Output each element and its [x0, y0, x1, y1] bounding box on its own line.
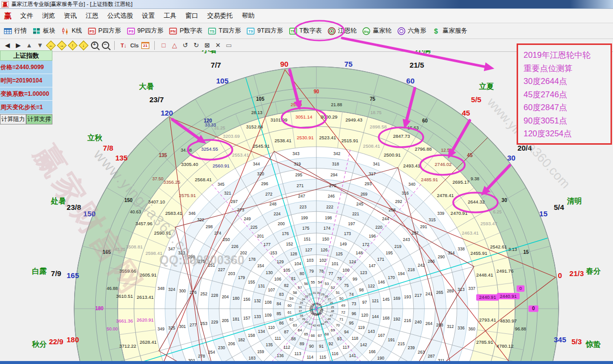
svg-text:201: 201 — [257, 234, 264, 239]
svg-text:46.88: 46.88 — [107, 286, 118, 291]
menu-item-5[interactable]: 公式选股 — [103, 9, 137, 22]
svg-text:175: 175 — [302, 226, 309, 231]
instrument-rows: 价格=2440.9099时间=20190104变换系数=1.00000周天变化步… — [0, 61, 52, 114]
svg-text:60: 60 — [422, 118, 428, 123]
svg-text:0: 0 — [519, 286, 522, 291]
svg-text:227: 227 — [218, 267, 225, 272]
svg-text:94: 94 — [344, 329, 349, 334]
svg-text:2695.17: 2695.17 — [452, 179, 469, 185]
svg-text:345: 345 — [554, 335, 566, 344]
svg-text:84: 84 — [276, 301, 281, 306]
svg-text:300: 300 — [179, 288, 186, 293]
annotation-line-2: 重要点位测算 — [524, 62, 611, 75]
svg-text:2598.41: 2598.41 — [145, 250, 162, 256]
calc-resistance-button[interactable]: 计算阻力 — [0, 114, 26, 124]
cursor-down-icon[interactable]: ▼ — [35, 40, 45, 50]
cls-icon[interactable]: Cls — [130, 40, 139, 50]
svg-text:3610.51: 3610.51 — [116, 293, 133, 299]
triangle-tool-icon[interactable]: △ — [170, 40, 179, 50]
svg-text:228: 228 — [211, 293, 218, 298]
menu-logo-icon: 赢 — [1, 11, 16, 21]
toolbar-button-t-number-table[interactable]: TNT数字表 — [288, 26, 326, 36]
svg-text:0: 0 — [558, 271, 562, 280]
svg-text:225: 225 — [250, 225, 257, 230]
diamond-right-icon[interactable]: → — [57, 40, 67, 50]
svg-text:223: 223 — [300, 204, 306, 209]
page-prev-icon[interactable]: ◀ — [2, 40, 12, 50]
diamond-left-icon[interactable]: ← — [46, 40, 56, 50]
svg-text:276: 276 — [190, 290, 197, 295]
toolbar-button-p-square[interactable]: PSP四方形 — [87, 26, 126, 36]
svg-text:193: 193 — [404, 294, 411, 299]
badge-icon: P9 — [127, 27, 135, 35]
collapse-icon[interactable]: ✕ — [213, 40, 223, 50]
calc-support-button[interactable]: 计算支撑 — [26, 114, 52, 124]
svg-text:108: 108 — [264, 300, 271, 305]
svg-text:7/8: 7/8 — [103, 144, 113, 152]
menu-item-8[interactable]: 窗口 — [181, 9, 203, 22]
svg-text:春分: 春分 — [585, 267, 601, 275]
svg-text:155: 155 — [248, 280, 255, 284]
svg-text:22/9: 22/9 — [49, 337, 63, 346]
svg-text:3051.14: 3051.14 — [295, 114, 312, 120]
toolbar-button-sectors[interactable]: 板块 — [31, 26, 60, 36]
svg-text:295: 295 — [295, 172, 302, 177]
svg-text:立秋: 立秋 — [87, 133, 103, 142]
svg-text:167: 167 — [378, 333, 385, 338]
toolbar-button-quotes[interactable]: 行情 — [2, 26, 31, 36]
menu-item-3[interactable]: 资讯 — [59, 9, 81, 22]
svg-text:76: 76 — [337, 276, 342, 281]
diamond-up-icon[interactable]: ↑ — [68, 40, 78, 50]
toolbar-separator — [114, 41, 115, 50]
toolbar-button-winner-service[interactable]: $赢家服务 — [431, 26, 472, 36]
rotate-ccw-icon[interactable]: ↺ — [180, 40, 190, 50]
menu-item-2[interactable]: 浏览 — [38, 9, 59, 22]
svg-text:2508.41: 2508.41 — [363, 143, 380, 149]
toolbar-button-hexagon[interactable]: 六角形 — [396, 26, 431, 36]
svg-text:T9: T9 — [249, 29, 253, 34]
toolbar-button-winner-wheel[interactable]: Big赢家轮 — [361, 26, 396, 36]
toolbar-button-gann-wheel[interactable]: 江恩轮 — [326, 26, 361, 36]
svg-text:221: 221 — [352, 211, 359, 216]
box-x-icon[interactable]: ⊠ — [202, 40, 212, 50]
measure-icon[interactable]: T↓ — [119, 40, 129, 50]
menu-item-6[interactable]: 设置 — [137, 9, 159, 22]
instrument-param-4: 周天变化步长=1 — [0, 101, 52, 114]
toolbar-button-9t-square[interactable]: T99T四方形 — [245, 26, 287, 36]
rect-tool-icon[interactable]: □ — [159, 40, 169, 50]
menu-item-1[interactable]: 文件 — [16, 9, 38, 22]
menu-item-7[interactable]: 工具 — [159, 9, 181, 22]
screen-icon[interactable]: ▭ — [224, 40, 234, 50]
menu-item-4[interactable]: 江恩 — [81, 9, 103, 22]
page-next-icon[interactable]: ▶ — [13, 40, 23, 50]
rotate-cw-icon[interactable]: ↻ — [191, 40, 201, 50]
svg-text:313: 313 — [458, 287, 465, 292]
zoom-in-icon[interactable]: + — [89, 40, 99, 50]
svg-text:253: 253 — [200, 321, 207, 326]
svg-text:3254.55: 3254.55 — [201, 146, 218, 152]
toolbar-button-p-number-table[interactable]: PNP数字表 — [168, 26, 207, 36]
menu-item-10[interactable]: 帮助 — [237, 9, 259, 22]
svg-text:242: 242 — [418, 263, 425, 268]
svg-text:5/5: 5/5 — [471, 95, 482, 104]
badge-icon: T9 — [247, 27, 255, 35]
instrument-param-3: 变换系数=1.00000 — [0, 87, 52, 101]
calendar-icon[interactable]: 21 — [140, 40, 150, 50]
diamond-down-icon[interactable]: ↓ — [79, 40, 88, 50]
svg-text:89: 89 — [300, 341, 305, 346]
cursor-up-icon[interactable]: ▲ — [24, 40, 34, 50]
svg-text:38: 38 — [300, 314, 303, 317]
toolbar-button-kline[interactable]: K线 — [60, 26, 87, 36]
svg-text:278: 278 — [198, 354, 205, 359]
svg-text:42: 42 — [312, 324, 316, 327]
toolbar-button-t-square[interactable]: TST四方形 — [207, 26, 245, 36]
svg-text:131: 131 — [258, 283, 265, 288]
toolbar-button-9p-square[interactable]: P99P四方形 — [126, 26, 168, 36]
svg-text:3356.25: 3356.25 — [163, 179, 180, 185]
toolbar-label-9t-square: 9T四方形 — [257, 27, 283, 35]
svg-text:289: 289 — [447, 288, 454, 293]
svg-text:P9: P9 — [129, 29, 133, 34]
svg-text:93: 93 — [337, 336, 342, 341]
menu-item-9[interactable]: 交易委托 — [203, 9, 237, 22]
zoom-out-icon[interactable]: − — [100, 40, 110, 50]
